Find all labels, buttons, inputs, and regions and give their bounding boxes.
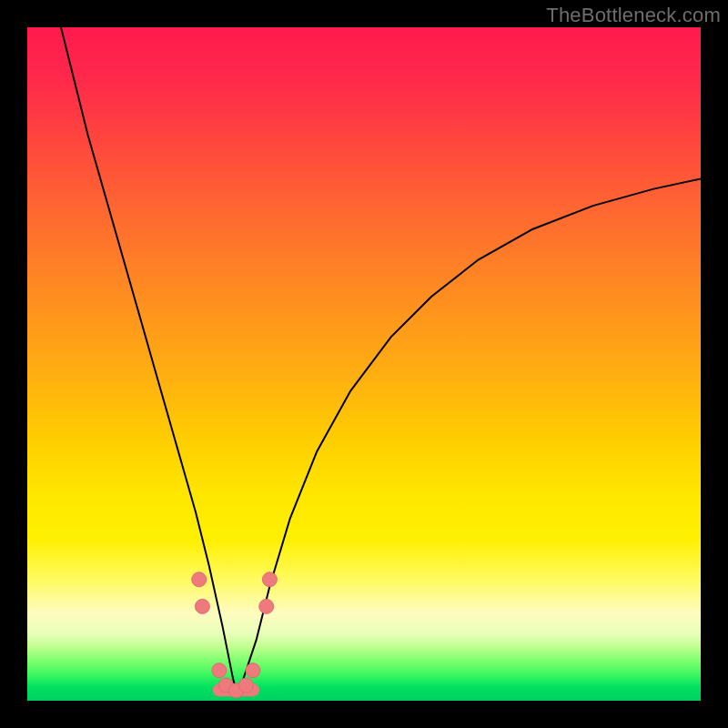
trough-marker-dot [262,572,277,587]
trough-marker-dot [246,663,260,678]
bottleneck-curve-left [61,27,236,691]
trough-marker-dots [192,572,278,698]
trough-marker-dot [259,599,274,613]
trough-marker-dot [239,678,254,693]
plot-area [27,27,701,701]
trough-marker-dot [195,599,209,613]
watermark-text: TheBottleneck.com [546,4,721,27]
chart-frame: TheBottleneck.com [0,0,728,728]
trough-marker-dot [192,572,207,587]
chart-svg [27,27,701,701]
bottleneck-curve-right [236,179,701,691]
trough-marker-dot [212,663,227,678]
